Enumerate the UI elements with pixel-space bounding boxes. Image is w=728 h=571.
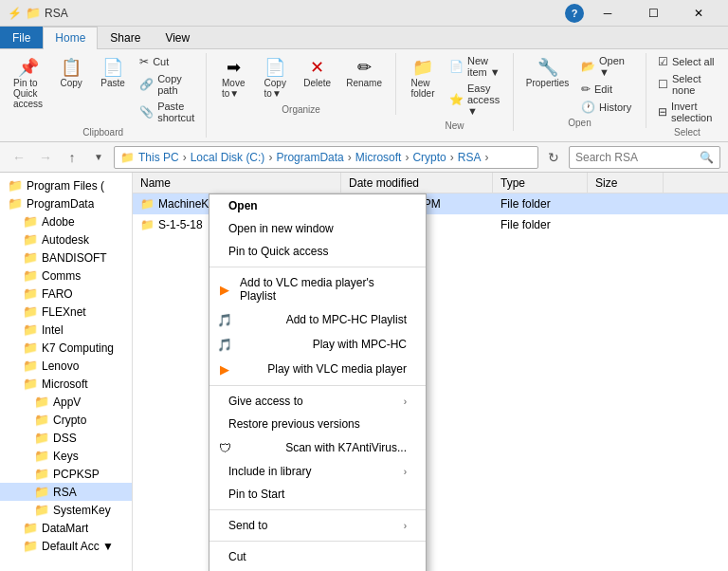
folder-icon: 📁 xyxy=(34,395,49,409)
history-button[interactable]: 🕐 History xyxy=(577,99,638,116)
open-icon: 📂 xyxy=(581,60,595,73)
arrow-icon: › xyxy=(404,521,407,531)
sidebar-item-dss[interactable]: 📁 DSS xyxy=(0,429,132,447)
edit-button[interactable]: ✏ Edit xyxy=(577,81,638,98)
sidebar-item-datamart[interactable]: 📁 DataMart xyxy=(0,519,132,537)
sidebar-item-faro[interactable]: 📁 FARO xyxy=(0,285,132,303)
crumb-programdata[interactable]: ProgramData xyxy=(276,151,343,164)
ctx-add-mpc-playlist[interactable]: 🎵 Add to MPC-HC Playlist xyxy=(209,307,426,332)
delete-icon: ✕ xyxy=(310,57,324,78)
sidebar-item-lenovo[interactable]: 📁 Lenovo xyxy=(0,357,132,375)
sidebar-item-rsa[interactable]: 📁 RSA xyxy=(0,483,132,501)
copy-button[interactable]: 📋 Copy xyxy=(52,53,90,92)
back-button[interactable]: ← xyxy=(8,146,30,169)
cut-button[interactable]: ✂ Cut xyxy=(136,53,198,70)
sidebar-item-programfiles[interactable]: 📁 Program Files ( xyxy=(0,176,132,194)
move-to-button[interactable]: ➡ Moveto▼ xyxy=(214,53,252,102)
ctx-cut[interactable]: Cut xyxy=(209,545,426,568)
properties-button[interactable]: 🔧 Properties xyxy=(521,53,573,92)
sidebar-item-flexnet[interactable]: 📁 FLEXnet xyxy=(0,303,132,321)
sidebar: 📁 Program Files ( 📁 ProgramData 📁 Adobe … xyxy=(0,173,133,571)
ctx-pin-start[interactable]: Pin to Start xyxy=(209,483,426,506)
copy-to-button[interactable]: 📄 Copyto▼ xyxy=(256,53,294,102)
sidebar-item-k7computing[interactable]: 📁 K7 Computing xyxy=(0,339,132,357)
ctx-play-mpc[interactable]: 🎵 Play with MPC-HC xyxy=(209,332,426,357)
help-button[interactable]: ? xyxy=(565,4,584,23)
copy-to-icon: 📄 xyxy=(264,57,285,78)
new-item-button[interactable]: 📄 New item ▼ xyxy=(446,53,505,80)
move-icon: ➡ xyxy=(227,57,241,78)
sidebar-item-crypto[interactable]: 📁 Crypto xyxy=(0,411,132,429)
open-label: Open xyxy=(568,118,591,128)
ctx-open-new-window[interactable]: Open in new window xyxy=(209,217,426,240)
sidebar-item-microsoft[interactable]: 📁 Microsoft xyxy=(0,375,132,393)
search-input[interactable] xyxy=(575,151,700,164)
recent-locations-button[interactable]: ▼ xyxy=(87,146,110,169)
new-folder-button[interactable]: 📁 Newfolder xyxy=(404,53,442,102)
search-box[interactable]: 🔍 xyxy=(569,146,720,169)
sidebar-item-intel[interactable]: 📁 Intel xyxy=(0,321,132,339)
sidebar-item-comms[interactable]: 📁 Comms xyxy=(0,267,132,285)
crumb-localdisk[interactable]: Local Disk (C:) xyxy=(191,151,265,164)
col-date[interactable]: Date modified xyxy=(341,173,493,193)
select-all-button[interactable]: ☑ Select all xyxy=(654,53,720,70)
crumb-rsa[interactable]: RSA xyxy=(458,151,482,164)
ctx-give-access[interactable]: Give access to › xyxy=(209,390,426,413)
invert-selection-button[interactable]: ⊟ Invert selection xyxy=(654,99,720,125)
delete-button[interactable]: ✕ Delete xyxy=(298,53,337,92)
col-size[interactable]: Size xyxy=(588,173,664,193)
open-button[interactable]: 📂 Open ▼ xyxy=(577,53,638,80)
file-list-header: Name Date modified Type Size xyxy=(133,173,728,193)
ctx-send-to[interactable]: Send to › xyxy=(209,514,426,537)
paste-button[interactable]: 📄 Paste xyxy=(94,53,132,92)
tab-view[interactable]: View xyxy=(153,27,202,48)
up-button[interactable]: ↑ xyxy=(61,146,83,169)
sidebar-item-programdata[interactable]: 📁 ProgramData xyxy=(0,194,132,212)
refresh-button[interactable]: ↻ xyxy=(542,146,565,169)
pin-quick-access-button[interactable]: 📌 Pin to Quickaccess xyxy=(8,53,48,113)
sidebar-item-keys[interactable]: 📁 Keys xyxy=(0,447,132,465)
sidebar-item-pcpksp[interactable]: 📁 PCPKSP xyxy=(0,465,132,483)
sidebar-item-appv[interactable]: 📁 AppV xyxy=(0,393,132,411)
select-none-button[interactable]: ☐ Select none xyxy=(654,71,720,98)
folder-icon: 📁 xyxy=(34,467,49,481)
crumb-crypto[interactable]: Crypto xyxy=(412,151,446,164)
copy-path-button[interactable]: 🔗 Copy path xyxy=(136,71,198,98)
address-box[interactable]: 📁 This PC › Local Disk (C:) › ProgramDat… xyxy=(114,146,538,169)
sidebar-item-bandisoft[interactable]: 📁 BANDISOFT xyxy=(0,249,132,267)
rename-icon: ✏ xyxy=(357,57,372,78)
tab-share[interactable]: Share xyxy=(98,27,153,48)
tab-home[interactable]: Home xyxy=(43,27,98,49)
rename-button[interactable]: ✏ Rename xyxy=(340,53,388,92)
easy-access-button[interactable]: ⭐ Easy access ▼ xyxy=(446,81,505,119)
arrow-icon: › xyxy=(404,396,407,407)
ribbon-group-open: 🔧 Properties 📂 Open ▼ ✏ Edit 🕐 History xyxy=(514,53,646,128)
sidebar-item-autodesk[interactable]: 📁 Autodesk xyxy=(0,230,132,249)
history-icon: 🕐 xyxy=(581,101,595,114)
maximize-button[interactable]: ☐ xyxy=(631,0,675,27)
ribbon-group-select: ☑ Select all ☐ Select none ⊟ Invert sele… xyxy=(646,53,728,138)
col-name[interactable]: Name xyxy=(133,173,341,193)
ctx-add-vlc-playlist[interactable]: ▶ Add to VLC media player's Playlist xyxy=(209,271,426,307)
ctx-play-vlc[interactable]: ▶ Play with VLC media player xyxy=(209,357,426,381)
sidebar-item-defaultacc[interactable]: 📁 Default Acc ▼ xyxy=(0,537,132,555)
crumb-thispc[interactable]: This PC xyxy=(138,151,179,164)
col-type[interactable]: Type xyxy=(493,173,588,193)
ctx-open[interactable]: Open xyxy=(209,194,426,217)
minimize-button[interactable]: ─ xyxy=(586,0,629,27)
ctx-pin-quick-access[interactable]: Pin to Quick access xyxy=(209,240,426,263)
folder-icon: 📁 xyxy=(23,304,38,319)
tab-file[interactable]: File xyxy=(0,27,43,48)
folder-icon: 📁 xyxy=(23,521,38,535)
sidebar-item-systemkey[interactable]: 📁 SystemKey xyxy=(0,501,132,519)
ctx-include-library[interactable]: Include in library › xyxy=(209,460,426,483)
ctx-restore-versions[interactable]: Restore previous versions xyxy=(209,413,426,435)
ctx-scan-k7[interactable]: 🛡 Scan with K7AntiVirus... xyxy=(209,435,426,460)
forward-button[interactable]: → xyxy=(34,146,57,169)
clipboard-label: Clipboard xyxy=(82,127,123,138)
paste-shortcut-button[interactable]: 📎 Paste shortcut xyxy=(136,99,198,125)
crumb-microsoft[interactable]: Microsoft xyxy=(355,151,402,164)
folder-icon: 📁 xyxy=(23,341,38,355)
sidebar-item-adobe[interactable]: 📁 Adobe xyxy=(0,212,132,230)
close-button[interactable]: ✕ xyxy=(677,0,720,27)
